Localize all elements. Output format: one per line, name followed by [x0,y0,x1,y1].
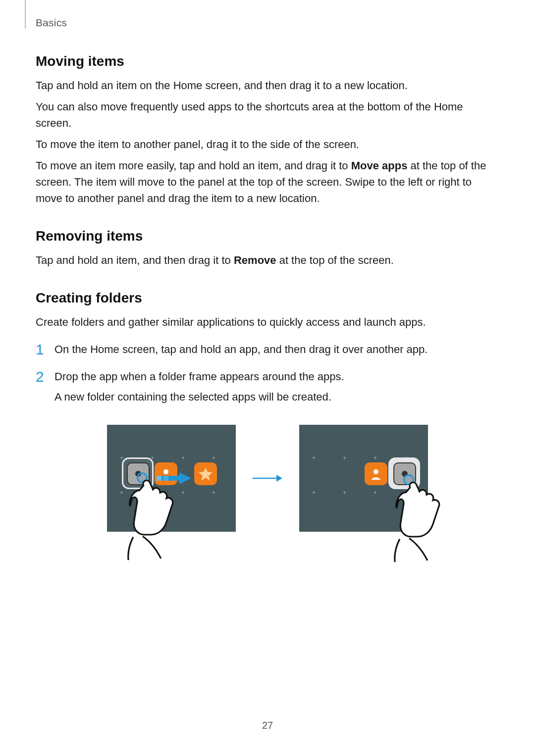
hand-pointer-icon [393,471,453,570]
svg-point-6 [374,469,378,474]
illustration-panel-before: + + + + + + + [107,425,236,532]
grid-marker-icon: + [343,454,346,461]
illustration-panel-after: + + + + + + + [299,425,428,532]
paragraph: To move an item more easily, tap and hol… [36,157,499,206]
step-body: Drop the app when a folder frame appears… [54,368,499,405]
bold-text: Move apps [351,159,408,172]
step-number: 1 [36,341,54,357]
step-2: 2 Drop the app when a folder frame appea… [36,368,499,405]
grid-marker-icon: + [374,489,377,496]
step-number: 2 [36,368,54,385]
text-run: To move an item more easily, tap and hol… [36,159,351,172]
figure-row: + + + + + + + [36,425,499,532]
paragraph: Create folders and gather similar applic… [36,314,499,330]
section-breadcrumb: Basics [36,17,67,29]
arrow-right-icon [253,473,282,483]
hand-pointer-icon [127,469,186,568]
text-run: A new folder containing the selected app… [54,389,499,405]
text-run: at the top of the screen. [276,254,394,266]
step-body: On the Home screen, tap and hold an app,… [54,341,499,357]
paragraph: Tap and hold an item, and then drag it t… [36,252,499,268]
grid-marker-icon: + [212,454,215,461]
app-icon-star [194,462,217,485]
grid-marker-icon: + [374,454,377,461]
grid-marker-icon: + [343,489,346,496]
step-1: 1 On the Home screen, tap and hold an ap… [36,341,499,357]
app-icon-contacts [365,462,387,485]
grid-marker-icon: + [120,489,123,496]
page-content: Moving items Tap and hold an item on the… [36,53,499,532]
text-run: Tap and hold an item, and then drag it t… [36,254,234,266]
star-icon [198,466,213,481]
paragraph: To move the item to another panel, drag … [36,136,499,152]
grid-marker-icon: + [312,489,316,496]
header-rule [25,0,26,29]
text-run: Drop the app when a folder frame appears… [54,368,499,385]
bold-text: Remove [234,254,276,266]
paragraph: You can also move frequently used apps t… [36,99,499,131]
paragraph: Tap and hold an item on the Home screen,… [36,77,499,94]
heading-moving-items: Moving items [36,53,499,69]
person-icon [369,467,383,481]
grid-marker-icon: + [212,489,215,496]
grid-marker-icon: + [312,454,316,461]
grid-marker-icon: + [181,454,185,461]
heading-creating-folders: Creating folders [36,290,499,306]
page-number: 27 [0,720,535,731]
heading-removing-items: Removing items [36,228,499,244]
